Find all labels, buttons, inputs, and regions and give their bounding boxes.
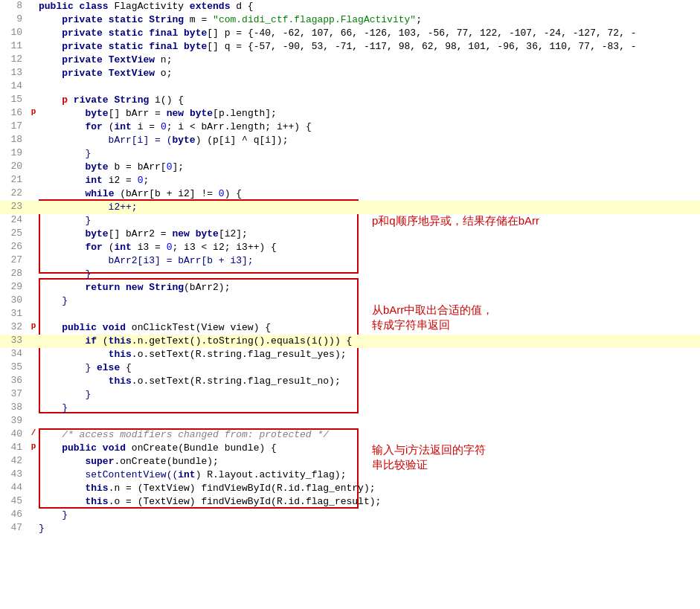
code-line: 34 this.o.setText(R.string.flag_result_y… xyxy=(0,348,700,361)
line-number: 24 xyxy=(0,214,28,225)
line-number: 23 xyxy=(0,201,28,212)
line-content: if (this.n.getText().toString().equals(i… xyxy=(39,335,700,348)
code-line: 38 } xyxy=(0,402,700,415)
code-line: 36 this.o.setText(R.string.flag_result_n… xyxy=(0,375,700,388)
line-content: } xyxy=(39,268,700,281)
code-line: 25 byte[] bArr2 = new byte[i2]; xyxy=(0,228,700,241)
line-number: 37 xyxy=(0,388,28,399)
code-line: 35 } else { xyxy=(0,361,700,375)
code-line: 42 super.onCreate(bundle); xyxy=(0,455,700,468)
line-content: this.o.setText(R.string.flag_result_yes)… xyxy=(39,348,700,361)
line-content: } xyxy=(39,147,700,161)
line-marker: / xyxy=(28,428,39,437)
line-number: 13 xyxy=(0,67,28,78)
code-line: 47} xyxy=(0,522,700,535)
code-line: 30 } xyxy=(0,294,700,308)
line-content: } xyxy=(39,294,700,308)
line-content: i2++; xyxy=(39,201,700,214)
line-content: byte b = bArr[0]; xyxy=(39,161,700,174)
code-line: 29 return new String(bArr2); xyxy=(0,281,700,294)
line-number: 39 xyxy=(0,415,28,426)
code-line: 17 for (int i = 0; i < bArr.length; i++)… xyxy=(0,120,700,134)
line-number: 16 xyxy=(0,107,28,118)
code-line: 31 xyxy=(0,308,700,321)
code-line: 43 setContentView((int) R.layout.activit… xyxy=(0,468,700,482)
line-number: 38 xyxy=(0,402,28,413)
line-content: setContentView((int) R.layout.activity_f… xyxy=(39,468,700,482)
line-number: 8 xyxy=(0,0,28,11)
line-content: } xyxy=(39,402,700,415)
code-line: 26 for (int i3 = 0; i3 < i2; i3++) { xyxy=(0,241,700,254)
code-line: 22 while (bArr[b + i2] != 0) { xyxy=(0,187,700,201)
line-number: 20 xyxy=(0,161,28,172)
code-line: 8public class FlagActivity extends d { xyxy=(0,0,700,13)
code-line: 20 byte b = bArr[0]; xyxy=(0,161,700,174)
line-content: private TextView o; xyxy=(39,67,700,80)
code-line: 37 } xyxy=(0,388,700,402)
line-marker: p xyxy=(28,321,39,330)
main-wrapper: p和q顺序地异或，结果存储在bArr 从bArr中取出合适的值， 转成字符串返回… xyxy=(0,0,700,609)
line-number: 19 xyxy=(0,147,28,158)
line-number: 25 xyxy=(0,228,28,239)
code-line: 16p byte[] bArr = new byte[p.length]; xyxy=(0,107,700,120)
line-content: byte[] bArr2 = new byte[i2]; xyxy=(39,228,700,241)
line-content: public void onClickTest(View view) { xyxy=(39,321,700,335)
line-number: 21 xyxy=(0,174,28,185)
line-content: for (int i = 0; i < bArr.length; i++) { xyxy=(39,120,700,134)
line-content: private static String m = "com.didi_ctf.… xyxy=(39,13,700,27)
line-content: } xyxy=(39,214,700,228)
line-number: 46 xyxy=(0,509,28,520)
code-line: 14 xyxy=(0,80,700,94)
line-number: 47 xyxy=(0,522,28,533)
code-line: 45 this.o = (TextView) findViewById(R.id… xyxy=(0,495,700,509)
line-content: /* access modifiers changed from: protec… xyxy=(39,428,700,442)
code-line: 9 private static String m = "com.didi_ct… xyxy=(0,13,700,27)
line-number: 30 xyxy=(0,294,28,306)
line-number: 11 xyxy=(0,40,28,51)
line-number: 28 xyxy=(0,268,28,279)
line-content: private static final byte[] q = {-57, -9… xyxy=(39,40,700,54)
line-content: } xyxy=(39,509,700,522)
line-number: 34 xyxy=(0,348,28,359)
line-number: 45 xyxy=(0,495,28,506)
line-content: private TextView n; xyxy=(39,54,700,67)
line-number: 36 xyxy=(0,375,28,386)
code-line: 18 bArr[i] = (byte) (p[i] ^ q[i]); xyxy=(0,134,700,147)
line-content: private static final byte[] p = {-40, -6… xyxy=(39,27,700,40)
code-line: 44 this.n = (TextView) findViewById(R.id… xyxy=(0,482,700,495)
line-number: 17 xyxy=(0,120,28,132)
code-line: 19 } xyxy=(0,147,700,161)
line-number: 31 xyxy=(0,308,28,319)
code-line: 24 } xyxy=(0,214,700,228)
line-content: } else { xyxy=(39,361,700,375)
code-line: 23 i2++; xyxy=(0,201,700,214)
line-number: 14 xyxy=(0,80,28,91)
line-content: return new String(bArr2); xyxy=(39,281,700,294)
line-content: bArr[i] = (byte) (p[i] ^ q[i]); xyxy=(39,134,700,147)
code-container: 8public class FlagActivity extends d {9 … xyxy=(0,0,700,535)
line-content: while (bArr[b + i2] != 0) { xyxy=(39,187,700,201)
line-number: 35 xyxy=(0,361,28,373)
line-number: 15 xyxy=(0,94,28,105)
line-number: 12 xyxy=(0,54,28,65)
line-content: } xyxy=(39,522,700,535)
code-line: 11 private static final byte[] q = {-57,… xyxy=(0,40,700,54)
line-number: 40 xyxy=(0,428,28,439)
code-line: 27 bArr2[i3] = bArr[b + i3]; xyxy=(0,254,700,268)
line-content: this.o = (TextView) findViewById(R.id.fl… xyxy=(39,495,700,509)
line-content: p rivate String i() { xyxy=(39,94,700,107)
line-number: 22 xyxy=(0,187,28,199)
line-content: super.onCreate(bundle); xyxy=(39,455,700,468)
line-number: 9 xyxy=(0,13,28,25)
line-number: 18 xyxy=(0,134,28,145)
code-line: 12 private TextView n; xyxy=(0,54,700,67)
code-line: 41p public void onCreate(Bundle bundle) … xyxy=(0,442,700,455)
code-line: 13 private TextView o; xyxy=(0,67,700,80)
line-content: public void onCreate(Bundle bundle) { xyxy=(39,442,700,455)
line-number: 41 xyxy=(0,442,28,453)
line-content: for (int i3 = 0; i3 < i2; i3++) { xyxy=(39,241,700,254)
line-number: 33 xyxy=(0,335,28,346)
line-content: bArr2[i3] = bArr[b + i3]; xyxy=(39,254,700,268)
line-content: int i2 = 0; xyxy=(39,174,700,187)
line-content: public class FlagActivity extends d { xyxy=(39,0,700,13)
